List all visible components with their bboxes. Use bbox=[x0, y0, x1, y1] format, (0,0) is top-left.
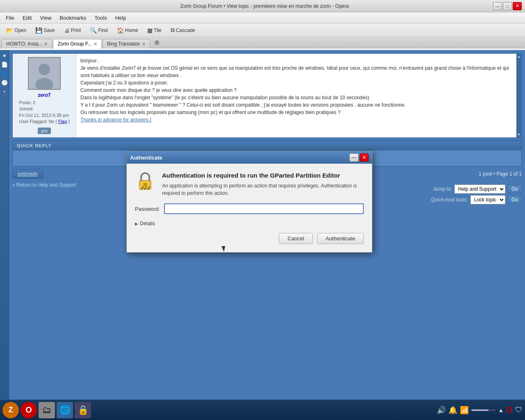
taskbar-zorin-button[interactable]: Z bbox=[2, 402, 19, 418]
cascade-button[interactable]: ⧉ Cascade bbox=[167, 25, 199, 35]
opera-taskbar-icon[interactable]: O bbox=[506, 405, 513, 415]
tab-howto-close[interactable]: ✕ bbox=[44, 41, 48, 47]
menu-tools[interactable]: Tools bbox=[91, 14, 110, 22]
post-reply-button[interactable]: postreply bbox=[12, 169, 43, 179]
sidebar-bookmarks-icon[interactable]: ★ bbox=[1, 52, 8, 59]
post-sidebar: zero7 Posts: 2 Joined: Fri Oct 11, 2013 … bbox=[13, 54, 76, 137]
files-icon: 🗂 bbox=[42, 405, 51, 415]
user-meta: Posts: 2 Joined: Fri Oct 11, 2013 6:38 p… bbox=[19, 100, 70, 125]
taskbar-right: 🔊 🔔 📶 ▲ O 🛡 bbox=[437, 405, 523, 415]
menu-bookmarks[interactable]: Bookmarks bbox=[56, 14, 89, 22]
taskbar: Z O 🗂 🌐 🔒 🔊 🔔 📶 ▲ O 🛡 bbox=[0, 399, 525, 420]
menu-help[interactable]: Help bbox=[112, 14, 130, 22]
find-label: Find bbox=[98, 27, 107, 33]
jump-section: Jump to: Help and Support Go bbox=[431, 185, 522, 194]
menu-bar: File Edit View Bookmarks Tools Help bbox=[0, 12, 525, 24]
tile-label: Tile bbox=[154, 27, 162, 33]
menu-file[interactable]: File bbox=[2, 14, 18, 22]
dialog-text-area: Authentication is required to run the GP… bbox=[162, 172, 364, 197]
print-icon: 🖨 bbox=[64, 27, 70, 34]
save-label: Save bbox=[43, 27, 55, 33]
tab-howto[interactable]: HOWTO: Insta... ✕ bbox=[2, 39, 52, 48]
sidebar-add-icon[interactable]: + bbox=[1, 88, 8, 95]
network-icon[interactable]: 📶 bbox=[460, 406, 469, 415]
maximize-button[interactable]: □ bbox=[503, 2, 512, 10]
details-arrow-icon: ▶ bbox=[135, 221, 138, 226]
lock-icon bbox=[135, 172, 155, 192]
tab-bing-label: Bing Translator bbox=[107, 41, 140, 47]
tab-bing[interactable]: Bing Translator ✕ bbox=[103, 39, 150, 48]
sidebar-downloads-icon[interactable]: 👤 bbox=[1, 70, 8, 77]
cascade-icon: ⧉ bbox=[171, 27, 175, 34]
save-button[interactable]: 💾 Save bbox=[32, 25, 58, 35]
joined-label: Joined: bbox=[19, 106, 34, 111]
dialog-footer: Cancel Authenticate bbox=[135, 233, 364, 244]
tile-button[interactable]: ▦ Tile bbox=[144, 25, 165, 35]
username: zero7 bbox=[38, 92, 50, 98]
posts-label: Posts: bbox=[19, 100, 32, 105]
authenticate-dialog[interactable]: Authenticate — ✕ bbox=[126, 151, 372, 253]
pagination: 1 post • Page 1 of 1 bbox=[479, 171, 522, 177]
dialog-controls: — ✕ bbox=[349, 153, 369, 162]
new-tab-button[interactable]: ⊕ bbox=[151, 37, 163, 48]
authenticate-button[interactable]: Authenticate bbox=[317, 233, 364, 244]
dialog-details: ▶ Details bbox=[135, 221, 364, 226]
taskbar-opera-button[interactable]: O bbox=[21, 402, 37, 418]
volume-fill bbox=[471, 409, 488, 411]
menu-view[interactable]: View bbox=[37, 14, 55, 22]
post-content: bonjour . Je viens d'installer Zorin7 et… bbox=[76, 54, 516, 136]
menu-edit[interactable]: Edit bbox=[19, 14, 35, 22]
tab-zorin-close[interactable]: ✕ bbox=[94, 41, 97, 47]
dialog-minimize-button[interactable]: — bbox=[349, 153, 358, 162]
browser-icon: 🌐 bbox=[59, 405, 71, 415]
print-button[interactable]: 🖨 Print bbox=[60, 25, 85, 35]
left-sidebar: ★ 📄 👤 🕐 + bbox=[0, 50, 9, 399]
taskbar-browser-button[interactable]: 🌐 bbox=[57, 402, 73, 418]
avatar bbox=[28, 57, 61, 90]
minimize-button[interactable]: — bbox=[493, 2, 502, 10]
sidebar-history-icon[interactable]: 📄 bbox=[1, 61, 8, 68]
post-text: bonjour . Je viens d'installer Zorin7 et… bbox=[80, 57, 512, 123]
flag-label: User Flagged: No [ bbox=[19, 119, 57, 124]
dialog-close-button[interactable]: ✕ bbox=[360, 153, 369, 162]
jump-select[interactable]: Help and Support bbox=[454, 185, 505, 194]
details-toggle[interactable]: ▶ Details bbox=[135, 221, 364, 226]
modtools-go-button[interactable]: Go bbox=[508, 196, 522, 204]
taskbar-files-button[interactable]: 🗂 bbox=[39, 402, 55, 418]
modtools-select[interactable]: Lock topic bbox=[470, 195, 505, 204]
lock-icon-taskbar: 🔒 bbox=[78, 405, 89, 415]
notification-icon[interactable]: 🔔 bbox=[448, 406, 457, 415]
scroll-up-taskbar[interactable]: ▲ bbox=[498, 407, 504, 413]
home-button[interactable]: 🏠 Home bbox=[113, 25, 142, 35]
dialog-title-bar: Authenticate — ✕ bbox=[127, 151, 372, 164]
flag-link[interactable]: Flag bbox=[58, 119, 67, 124]
open-button[interactable]: 📂 Open bbox=[2, 25, 30, 35]
shield-icon[interactable]: 🛡 bbox=[515, 406, 523, 414]
details-label: Details bbox=[140, 221, 155, 226]
modtools-label: Quick-mod tools: bbox=[431, 197, 468, 203]
tab-zorin-group[interactable]: Zorin Group F... ✕ bbox=[53, 39, 101, 48]
posts-count: 2 bbox=[33, 100, 35, 105]
cancel-button[interactable]: Cancel bbox=[279, 233, 313, 244]
volume-slider[interactable] bbox=[471, 409, 496, 411]
volume-icon[interactable]: 🔊 bbox=[437, 406, 446, 415]
save-icon: 💾 bbox=[35, 27, 42, 34]
joined-date: Fri Oct 11, 2013 6:38 pm bbox=[19, 113, 69, 118]
sidebar-clock-icon[interactable]: 🕐 bbox=[1, 79, 8, 86]
return-link[interactable]: « Return to Help and Support bbox=[12, 182, 76, 188]
dialog-header-row: Authentication is required to run the GP… bbox=[135, 172, 364, 197]
title-bar-text: Zorin Group Forum • View topic - premièe… bbox=[36, 3, 493, 9]
close-button[interactable]: ✕ bbox=[513, 2, 522, 10]
modtools-section: Quick-mod tools: Lock topic Go bbox=[431, 195, 522, 204]
pm-button[interactable]: pm bbox=[38, 128, 50, 134]
title-bar: Zorin Group Forum • View topic - premièe… bbox=[0, 0, 525, 12]
taskbar-security-button[interactable]: 🔒 bbox=[75, 402, 91, 418]
password-input[interactable] bbox=[164, 203, 364, 214]
tab-bing-close[interactable]: ✕ bbox=[142, 41, 146, 47]
find-button[interactable]: 🔍 Find bbox=[86, 25, 111, 35]
open-icon: 📂 bbox=[6, 27, 13, 34]
jump-go-button[interactable]: Go bbox=[508, 185, 522, 193]
dialog-title-text: Authenticate bbox=[130, 155, 162, 161]
jump-label: Jump to: bbox=[433, 186, 452, 192]
post-scrollbar[interactable]: ▲ ▼ bbox=[516, 54, 521, 137]
